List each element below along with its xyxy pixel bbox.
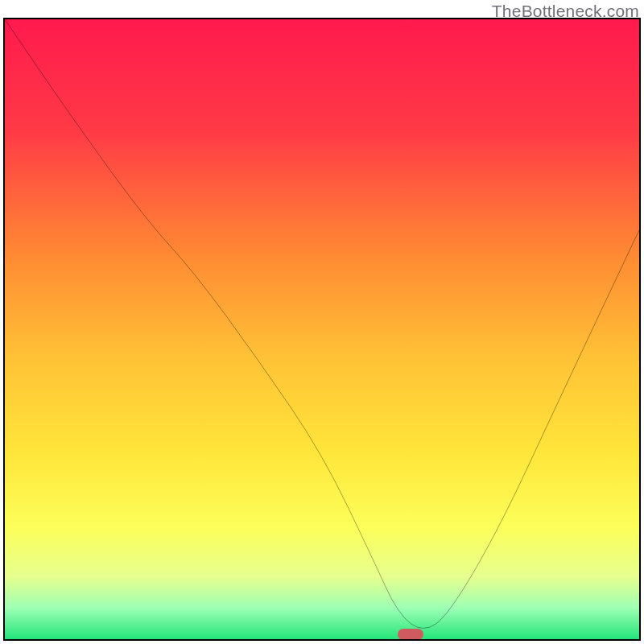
bottleneck-curve	[5, 19, 639, 639]
optimal-point-marker	[398, 629, 423, 640]
chart-frame	[3, 18, 641, 641]
